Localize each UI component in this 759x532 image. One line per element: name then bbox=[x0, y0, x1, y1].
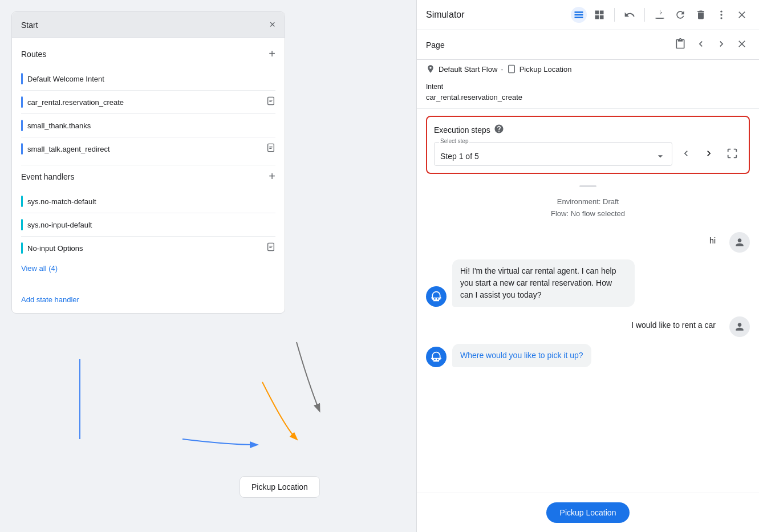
step-value: Step 1 of 5 bbox=[440, 152, 479, 161]
next-page-button[interactable] bbox=[713, 36, 729, 54]
message-text: hi bbox=[709, 236, 716, 245]
canvas-area: Pickup Location bbox=[0, 325, 416, 532]
event-handler-no-input-options[interactable]: No-input Options bbox=[21, 237, 275, 259]
route-name: small_thank.thanks bbox=[27, 121, 91, 130]
route-item-default-welcome[interactable]: Default Welcome Intent bbox=[21, 67, 275, 91]
intent-label: Intent bbox=[426, 83, 750, 91]
route-item-agent-redirect[interactable]: small_talk.agent_redirect bbox=[21, 137, 275, 160]
undo-button[interactable] bbox=[622, 7, 638, 23]
page-icon bbox=[507, 64, 516, 74]
route-bar bbox=[21, 73, 23, 84]
user-avatar-2 bbox=[729, 316, 750, 337]
agent-avatar bbox=[426, 286, 447, 307]
chat-divider bbox=[417, 185, 759, 187]
execution-steps-title: Execution steps bbox=[434, 125, 490, 135]
event-handlers-title: Event handlers bbox=[21, 172, 74, 181]
message-row-user-rent: I would like to rent a car bbox=[426, 314, 750, 337]
view-all-link[interactable]: View all (4) bbox=[21, 259, 275, 277]
execution-steps-header: Execution steps bbox=[434, 124, 742, 136]
close-simulator-button[interactable] bbox=[734, 7, 750, 23]
event-handlers-add-button[interactable]: + bbox=[269, 170, 275, 183]
right-panel: Simulator Page bbox=[416, 0, 759, 532]
svg-rect-15 bbox=[595, 15, 599, 19]
route-item-small-thanks[interactable]: small_thank.thanks bbox=[21, 114, 275, 137]
routes-title: Routes bbox=[21, 50, 46, 59]
message-text: I would like to rent a car bbox=[631, 320, 716, 330]
flow-icon bbox=[426, 64, 435, 74]
chat-messages: hi Hi! I'm the virtual car rental agent.… bbox=[417, 225, 759, 493]
intent-section: Intent car_rental.reservation_create bbox=[417, 78, 759, 109]
event-handlers-list: sys.no-match-default sys.no-input-defaul… bbox=[21, 190, 275, 259]
page-label: Page bbox=[426, 40, 668, 50]
step-prev-button[interactable] bbox=[677, 144, 695, 164]
step-dropdown-value: Step 1 of 5 bbox=[440, 151, 666, 162]
event-name: sys.no-input-default bbox=[27, 221, 92, 229]
event-handler-no-input[interactable]: sys.no-input-default bbox=[21, 213, 275, 237]
event-bar bbox=[21, 242, 23, 254]
simulator-header: Simulator bbox=[417, 0, 759, 30]
step-dropdown[interactable]: Select step Step 1 of 5 bbox=[434, 142, 672, 166]
svg-rect-16 bbox=[600, 15, 604, 19]
event-bar bbox=[21, 219, 23, 230]
pickup-location-button[interactable]: Pickup Location bbox=[546, 502, 630, 523]
message-bubble-greeting: Hi! I'm the virtual car rental agent. I … bbox=[452, 259, 635, 307]
breadcrumb: Default Start Flow - Pickup Location bbox=[417, 60, 759, 78]
message-row-agent-pickup: Where would you like to pick it up? bbox=[426, 344, 750, 367]
simulator-title: Simulator bbox=[426, 10, 566, 20]
message-row-user-hi: hi bbox=[426, 229, 750, 253]
svg-rect-0 bbox=[268, 97, 274, 104]
svg-point-19 bbox=[720, 14, 722, 15]
routes-list: Default Welcome Intent car_rental.reserv… bbox=[21, 67, 275, 160]
add-state-handler-link[interactable]: Add state handler bbox=[12, 286, 285, 313]
step-next-button[interactable] bbox=[700, 144, 718, 164]
message-bubble-rent: I would like to rent a car bbox=[623, 314, 724, 337]
route-name: car_rental.reservation_create bbox=[27, 98, 124, 107]
route-bar bbox=[21, 96, 23, 108]
routes-section-header: Routes + bbox=[21, 47, 275, 60]
more-menu-button[interactable] bbox=[713, 7, 729, 23]
refresh-button[interactable] bbox=[672, 7, 688, 23]
download-button[interactable] bbox=[652, 7, 668, 23]
message-row-agent-greeting: Hi! I'm the virtual car rental agent. I … bbox=[426, 259, 750, 307]
routes-add-button[interactable]: + bbox=[269, 47, 275, 60]
pickup-location-node[interactable]: Pickup Location bbox=[240, 476, 320, 498]
svg-rect-21 bbox=[508, 65, 514, 72]
list-view-button[interactable] bbox=[571, 7, 587, 23]
prev-page-button[interactable] bbox=[693, 36, 709, 54]
route-name: small_talk.agent_redirect bbox=[27, 145, 110, 153]
breadcrumb-page: Pickup Location bbox=[519, 65, 572, 74]
clipboard-button[interactable] bbox=[672, 36, 688, 54]
step-dropdown-label: Select step bbox=[439, 138, 469, 144]
route-bar bbox=[21, 120, 23, 131]
event-name: No-input Options bbox=[27, 244, 83, 253]
grid-view-button[interactable] bbox=[591, 7, 607, 23]
start-card-header: Start × bbox=[12, 12, 285, 38]
header-divider bbox=[614, 8, 615, 22]
step-focus-button[interactable] bbox=[723, 144, 742, 165]
svg-rect-13 bbox=[595, 11, 599, 15]
help-icon[interactable] bbox=[494, 124, 504, 136]
start-card: Start × Routes + Default Welcome Intent bbox=[11, 11, 285, 314]
intent-value: car_rental.reservation_create bbox=[426, 93, 750, 101]
event-name: sys.no-match-default bbox=[27, 197, 96, 206]
page-icon bbox=[266, 242, 275, 254]
event-handler-no-match[interactable]: sys.no-match-default bbox=[21, 190, 275, 213]
page-icon bbox=[266, 143, 275, 155]
left-panel: Start × Routes + Default Welcome Intent bbox=[0, 0, 416, 532]
route-item-reservation-create[interactable]: car_rental.reservation_create bbox=[21, 91, 275, 114]
execution-steps-panel: Execution steps Select step Step 1 of 5 bbox=[426, 116, 750, 174]
event-handlers-section-header: Event handlers + bbox=[21, 170, 275, 183]
breadcrumb-separator: - bbox=[501, 65, 503, 74]
start-card-title: Start bbox=[21, 21, 38, 30]
close-page-button[interactable] bbox=[734, 36, 750, 54]
svg-rect-14 bbox=[600, 11, 604, 15]
chat-area: Environment: Draft Flow: No flow selecte… bbox=[417, 181, 759, 532]
canvas-arrows bbox=[0, 325, 416, 532]
start-card-close-button[interactable]: × bbox=[269, 19, 275, 31]
user-avatar bbox=[729, 232, 750, 253]
svg-rect-12 bbox=[575, 17, 583, 18]
svg-rect-6 bbox=[268, 243, 274, 250]
svg-rect-11 bbox=[575, 14, 583, 16]
delete-button[interactable] bbox=[693, 7, 709, 23]
header-divider-2 bbox=[644, 8, 645, 22]
